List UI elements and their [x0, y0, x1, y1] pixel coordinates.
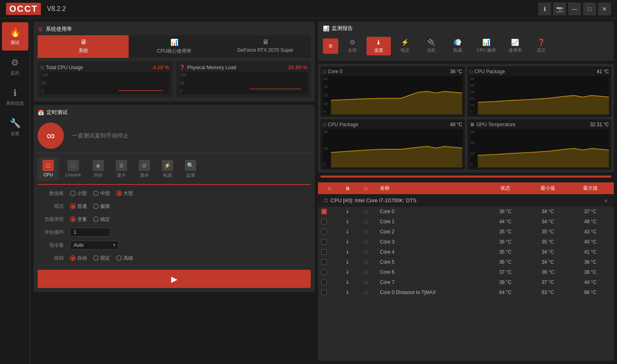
threads-auto[interactable]: 自动 [70, 255, 87, 262]
info-button[interactable]: ℹ [538, 2, 551, 15]
mode-extreme-radio [93, 203, 99, 209]
monitor-tab-usage[interactable]: 📈 使用率 [503, 36, 527, 55]
sidebar-item-sysinfo[interactable]: ℹ 系统信息 [2, 83, 28, 111]
cpu-core-tab-icon: 📊 [170, 38, 178, 46]
instruction-set-select[interactable]: Auto [70, 241, 119, 250]
data-table: ☆ 🖥 □ 名称 状态 最小值 最大值 □ CPU [#0]: Intel Co… [318, 182, 614, 361]
monitor-tab-fan[interactable]: 💨 风扇 [445, 36, 470, 55]
test-tab-linpack[interactable]: □ Linpack [61, 157, 86, 181]
start-button[interactable]: ▶ [38, 270, 311, 288]
chart-cpu-package1: □ CPU Package 41 °C 50403020100 [467, 66, 612, 117]
row-checkbox-7[interactable] [321, 279, 337, 285]
row-checkbox-1[interactable] [321, 219, 337, 224]
instruction-set-label: 指令集 [38, 242, 64, 249]
dataset-label: 数据集 [38, 190, 64, 197]
threads-auto-label: 自动 [77, 255, 87, 262]
sidebar-item-monitor[interactable]: ⚙ 监控 [2, 53, 28, 81]
row-max-4: 41 °C [570, 249, 611, 255]
row-checkbox-0[interactable] [321, 209, 337, 214]
expand-icon[interactable]: ∧ [604, 198, 608, 203]
load-variable[interactable]: 变量 [70, 216, 87, 223]
scheduled-description: 一直测试直到手动停止 [72, 132, 129, 140]
monitor-icon: ⚙ [11, 57, 19, 68]
mode-extreme[interactable]: 极限 [93, 203, 110, 210]
dataset-large-radio [116, 190, 122, 196]
threads-advanced-label: 高级 [123, 255, 133, 262]
table-row: 🌡 □ Core 5 36 °C 34 °C 38 °C [318, 257, 614, 267]
cpu-metric-label: Total CPU Usage [46, 65, 83, 70]
main-layout: 🔥 测试 ⚙ 监控 ℹ 系统信息 🔧 设置 🖥 系统使用率 [0, 18, 617, 364]
checkbox-0 [321, 209, 327, 214]
row-checkbox-2[interactable] [321, 229, 337, 235]
wrench-icon: 🔧 [10, 118, 21, 129]
threads-auto-radio [70, 255, 76, 261]
row-min-8: 63 °C [528, 290, 568, 295]
load-stable-radio [93, 216, 99, 222]
usage-tab-label: 使用率 [509, 47, 522, 53]
row-name-0: Core 0 [376, 209, 483, 214]
row-checkbox-6[interactable] [321, 269, 337, 275]
sidebar-label-settings: 设置 [11, 131, 19, 137]
mode-radio-group: 普通 极限 [70, 203, 110, 210]
infinity-button[interactable]: ∞ [38, 123, 64, 149]
row-checkbox-5[interactable] [321, 259, 337, 265]
dataset-medium-label: 中型 [100, 190, 110, 197]
tab-cpu-core[interactable]: 📊 CPU核心使用率 [129, 35, 220, 58]
dataset-large[interactable]: 大型 [116, 190, 133, 197]
start-cycle-input[interactable] [70, 228, 110, 237]
load-variable-label: 变量 [77, 216, 87, 223]
mode-label: 模式 [38, 203, 64, 210]
test-tab-cpu[interactable]: □ CPU [38, 157, 59, 181]
monitor-tab-temp[interactable]: 🌡 温度 [367, 37, 391, 55]
core0-header: □ Core 0 36 °C [323, 69, 462, 74]
sidebar-item-settings[interactable]: 🔧 设置 [2, 113, 28, 142]
memory-tab-icon-box: ◆ [93, 160, 104, 171]
test-tab-memory[interactable]: ◆ 内存 [88, 157, 109, 181]
table-row: 🌡 □ Core 6 37 °C 36 °C 38 °C [318, 267, 614, 277]
monitor-report-header: 📊 监测报告 [323, 25, 609, 32]
tab-gpu[interactable]: 🖥 GeForce RTX 2070 Super [220, 35, 311, 58]
gpu1-tab-label: 显卡 [117, 172, 126, 178]
test-tab-power[interactable]: ⚡ 电源 [157, 157, 178, 181]
cpu-package1-value: 41 °C [597, 69, 609, 74]
monitor-tab-all[interactable]: ⚙ 全部 [340, 36, 365, 55]
dataset-small[interactable]: 小型 [70, 190, 87, 197]
monitor-menu-button[interactable]: ≡ [323, 38, 338, 54]
row-checkbox-3[interactable] [321, 239, 337, 245]
minimize-button[interactable]: — [568, 2, 581, 15]
monitor-report-icon: 📊 [323, 25, 329, 32]
row-checkbox-8[interactable] [321, 290, 337, 295]
dataset-medium[interactable]: 中型 [93, 190, 110, 197]
system-usage-title: 系统使用率 [46, 25, 72, 33]
row-graph-icon-3: □ [358, 239, 374, 245]
test-tab-gpu1[interactable]: 🖥 显卡 [111, 157, 132, 181]
core0-chart-area: 403020100 [323, 76, 462, 114]
screenshot-button[interactable]: 📷 [553, 2, 566, 15]
app-logo: OCCT [6, 3, 41, 15]
close-button[interactable]: ✕ [598, 2, 611, 15]
row-checkbox-4[interactable] [321, 249, 337, 255]
threads-advanced[interactable]: 高级 [116, 255, 133, 262]
load-type-radio-group: 变量 稳定 [70, 216, 110, 223]
maximize-button[interactable]: □ [583, 2, 596, 15]
threads-fixed[interactable]: 固定 [93, 255, 110, 262]
monitor-tab-cpufreq[interactable]: 📊 CPU 频率 [472, 36, 501, 55]
monitor-tab-other[interactable]: ❓ 其它 [529, 36, 553, 55]
row-name-1: Core 1 [376, 219, 483, 224]
monitor-tab-power[interactable]: 🔌 功耗 [419, 36, 443, 55]
test-tab-monitor[interactable]: 🔍 监测 [180, 157, 201, 181]
tab-system[interactable]: 🖥 系统 [38, 35, 129, 58]
row-max-7: 44 °C [570, 279, 611, 285]
mode-normal[interactable]: 普通 [70, 203, 87, 210]
checkbox-2 [321, 229, 327, 235]
monitor-tab-voltage[interactable]: ⚡ 电压 [393, 36, 417, 55]
test-tab-gpu2[interactable]: 🖥 显存 [134, 157, 155, 181]
memory-chart-labels: 100 50 0 [180, 72, 187, 94]
other-tab-label: 其它 [537, 47, 546, 53]
cpu-metric-title: □ Total CPU Usage [41, 65, 83, 70]
fan-tab-icon: 💨 [454, 38, 462, 46]
load-stable[interactable]: 稳定 [93, 216, 110, 223]
dataset-radio-group: 小型 中型 大型 [70, 190, 133, 197]
row-status-2: 35 °C [485, 229, 526, 235]
sidebar-item-test[interactable]: 🔥 测试 [2, 22, 28, 51]
